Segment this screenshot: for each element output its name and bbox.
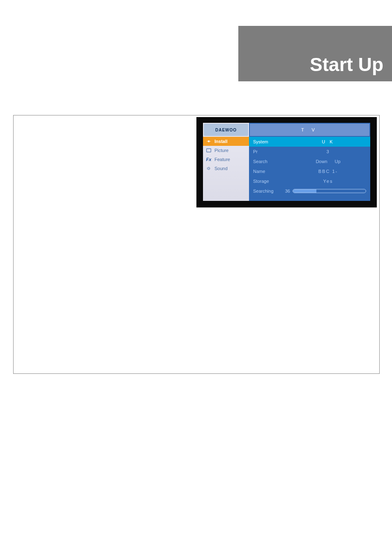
header-banner: Start Up [238,26,392,81]
row-pr-label: Pr [253,149,290,154]
osd-menu: DAEWOO Install Picture Fx Feature [203,123,370,201]
content-frame: DAEWOO Install Picture Fx Feature [13,115,380,374]
row-name[interactable]: Name BBC 1- [249,166,370,176]
row-search-values: Down Up [290,159,366,164]
sidebar-item-label: Install [214,139,247,144]
sidebar-item-sound[interactable]: Sound [203,164,249,173]
feature-icon: Fx [205,157,212,162]
install-icon [205,138,212,144]
picture-icon [205,147,212,153]
row-search-label: Search [253,159,290,164]
sidebar-item-picture[interactable]: Picture [203,146,249,155]
osd-panel-title-text: T V [301,127,318,132]
search-progress-fill [293,189,316,193]
row-searching-value: 36 [283,189,293,193]
tv-screenshot: DAEWOO Install Picture Fx Feature [196,117,377,207]
sidebar-item-label: Picture [214,148,247,153]
row-storage-value: Yes [290,179,366,184]
sidebar-item-label: Sound [214,166,247,171]
sidebar-item-install[interactable]: Install [203,137,249,146]
row-storage[interactable]: Storage Yes [249,176,370,186]
osd-detail-panel: T V System U K Pr 3 Search Down Up [249,123,370,201]
osd-panel-title: T V [250,124,369,136]
search-progress-bar [293,189,366,193]
row-pr-value: 3 [290,149,366,154]
sidebar-item-label: Feature [214,157,247,162]
row-searching-label: Searching [253,189,283,193]
sound-icon [205,166,212,171]
row-name-label: Name [253,169,290,174]
row-search[interactable]: Search Down Up [249,157,370,166]
osd-sidebar: DAEWOO Install Picture Fx Feature [203,123,249,201]
row-system[interactable]: System U K [249,137,370,147]
svg-rect-1 [207,149,211,152]
row-pr[interactable]: Pr 3 [249,147,370,157]
row-system-value: U K [290,139,366,144]
row-searching: Searching 36 [249,186,370,196]
search-up[interactable]: Up [335,159,341,164]
svg-point-0 [208,140,210,143]
row-storage-label: Storage [253,179,290,184]
page-title: Start Up [310,53,383,76]
brand-text: DAEWOO [215,128,237,132]
row-name-value: BBC 1- [290,169,366,174]
search-down[interactable]: Down [316,159,327,164]
sidebar-item-feature[interactable]: Fx Feature [203,155,249,164]
brand-badge: DAEWOO [204,124,248,136]
row-system-label: System [253,139,290,144]
